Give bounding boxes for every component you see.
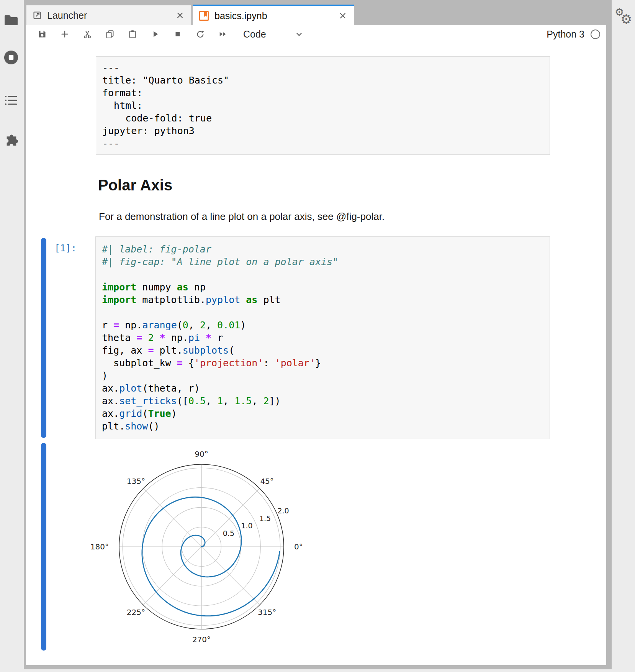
svg-text:0.5: 0.5 [223,529,234,538]
raw-cell-yaml[interactable]: ---title: "Quarto Basics"format: html: c… [96,56,550,155]
cell-type-value: Code [243,29,266,40]
notebook-content: ---title: "Quarto Basics"format: html: c… [26,43,606,665]
tab-launcher[interactable]: Launcher [26,5,191,25]
extensions-icon[interactable] [3,130,19,147]
polar-plot: 0°45°90°135°180°225°270°315°0.51.01.52.0 [83,441,320,656]
output-collapser[interactable] [41,443,46,651]
restart-run-all-button[interactable] [218,30,227,39]
activity-bar [0,0,24,672]
svg-text:225°: 225° [127,608,145,617]
paste-cells-button[interactable] [128,30,137,39]
kernel-status-icon[interactable] [591,30,600,39]
code-cell-code: #| label: fig-polar#| fig-cap: "A line p… [102,243,543,433]
tab-launcher-close-icon[interactable] [175,10,185,20]
svg-text:135°: 135° [127,477,145,486]
launcher-icon [33,11,42,20]
file-browser-icon[interactable] [3,11,19,28]
markdown-paragraph: For a demonstration of a line plot on a … [99,211,385,223]
run-cell-button[interactable] [151,30,160,39]
interrupt-kernel-button[interactable] [173,30,182,39]
save-button[interactable] [38,30,47,39]
kernel-name[interactable]: Python 3 [547,29,584,40]
jupyterlab-window: Launcher basics.ipynb [24,0,612,669]
execution-count: [1]: [49,243,77,254]
restart-kernel-button[interactable] [196,30,205,39]
markdown-heading: Polar Axis [98,177,172,194]
code-cell-input[interactable]: #| label: fig-polar#| fig-cap: "A line p… [95,236,550,439]
raw-cell-code: ---title: "Quarto Basics"format: html: c… [102,61,543,150]
svg-text:315°: 315° [258,608,276,617]
tab-bar: Launcher basics.ipynb [26,5,606,25]
svg-text:1.5: 1.5 [259,514,271,523]
tab-notebook-label: basics.ipynb [214,10,267,21]
cut-cells-button[interactable] [83,30,92,39]
notebook-toolbar: Code Python 3 [26,25,606,43]
table-of-contents-icon[interactable] [3,92,19,109]
svg-text:0°: 0° [294,542,303,551]
svg-text:90°: 90° [195,449,208,459]
tab-notebook[interactable]: basics.ipynb [193,5,354,25]
screen: ⚙ ⚙ Launcher [0,0,635,672]
cell-type-dropdown[interactable]: Code [243,29,304,40]
svg-text:180°: 180° [90,542,109,551]
notebook-panel: Code Python 3 ---title: "Quarto Basics"f… [26,25,606,665]
settings-gears-icon[interactable]: ⚙ ⚙ [614,5,634,28]
notebook-file-icon [199,11,209,21]
svg-text:270°: 270° [192,635,211,644]
tab-launcher-label: Launcher [47,10,87,21]
tab-notebook-close-icon[interactable] [338,11,348,21]
chevron-down-icon [295,30,304,39]
svg-text:1.0: 1.0 [241,521,252,530]
svg-text:2.0: 2.0 [277,506,289,515]
svg-text:45°: 45° [260,477,273,486]
copy-cells-button[interactable] [105,30,115,39]
insert-cell-button[interactable] [60,30,69,39]
running-kernels-icon[interactable] [3,49,19,66]
input-collapser[interactable] [41,238,46,438]
